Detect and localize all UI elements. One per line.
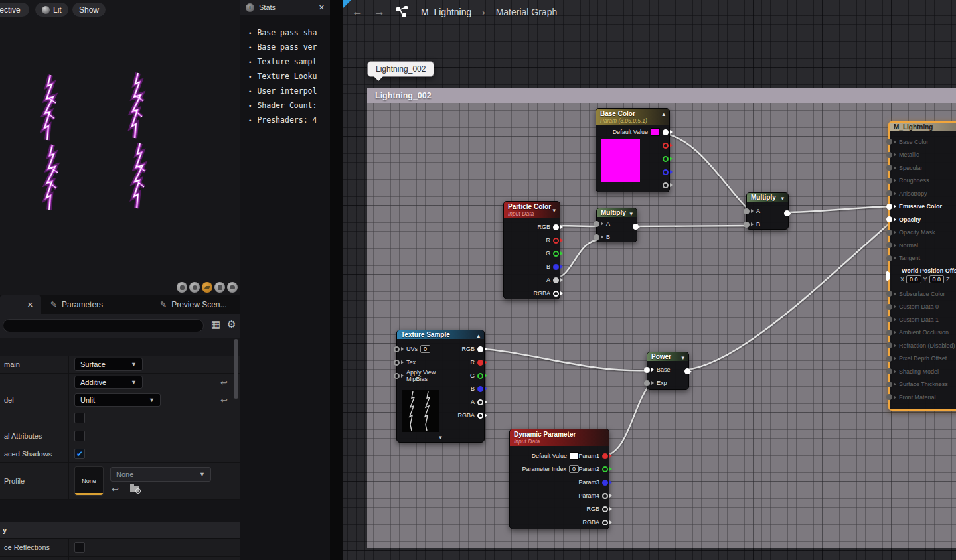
input-pin[interactable] [886,356,892,362]
input-pin[interactable] [886,368,892,374]
output-pin[interactable] [553,238,559,244]
output-pin[interactable] [663,129,669,135]
tab-preview-scene[interactable]: ✎ Preview Scen... [151,295,236,314]
output-pin[interactable] [553,291,559,297]
node-header[interactable]: Texture Sample ▴ [397,330,484,339]
preview-viewport[interactable]: ective Lit Show [0,0,240,295]
node-header[interactable]: Multiply ▾ [597,208,637,217]
node-dynamic-parameter[interactable]: Dynamic Parameter Input Data Default Val… [509,429,609,529]
input-pin[interactable] [394,360,400,366]
input-pin[interactable] [394,373,400,379]
node-m-lightning-result[interactable]: M_Lightning Base ColorMetallicSpecularRo… [888,121,956,411]
use-selected-asset-icon[interactable]: ↩ [112,484,119,494]
input-pin[interactable] [886,178,892,184]
close-icon[interactable]: ✕ [319,3,325,12]
back-arrow-icon[interactable]: ← [352,5,363,19]
material-domain-dropdown[interactable]: Surface▼ [74,358,143,371]
output-pin[interactable] [602,506,608,512]
input-pin[interactable] [644,367,650,373]
reset-to-default-button[interactable]: ↩ [220,395,228,405]
input-pin[interactable] [394,346,400,352]
pin-value-field[interactable]: 0 [420,345,430,353]
input-pin[interactable] [886,216,892,222]
color-swatch[interactable] [651,128,660,136]
close-icon[interactable]: ✕ [27,301,33,309]
checkbox-checked[interactable]: ✔ [74,449,85,459]
collapse-icon[interactable]: ▴ [477,332,480,339]
output-pin[interactable] [477,346,483,352]
node-multiply-1[interactable]: Multiply ▾ AB [596,208,637,242]
input-pin[interactable] [886,139,892,145]
output-pin[interactable] [684,368,692,374]
wpo-y-field[interactable]: 0.0 [929,275,945,283]
output-pin[interactable] [663,169,669,175]
shading-model-dropdown[interactable]: Unlit▼ [74,393,161,407]
tab-details-active[interactable]: ✕ [0,295,41,314]
shape-sphere-button[interactable] [189,282,200,293]
stats-header[interactable]: i Stats ✕ [240,0,330,15]
output-pin[interactable] [553,251,559,257]
node-header[interactable]: M_Lightning [890,123,956,131]
breadcrumb-root[interactable]: M_Lightning [421,7,471,17]
asset-thumbnail[interactable]: None [74,466,104,496]
checkbox-unchecked[interactable] [74,542,85,553]
input-pin[interactable] [744,208,750,214]
node-header[interactable]: Particle Color Input Data ▾ [504,202,560,218]
wpo-x-field[interactable]: 0.0 [906,275,921,283]
output-pin[interactable] [784,210,791,216]
output-pin[interactable] [553,264,559,270]
output-pin[interactable] [602,466,608,472]
material-graph-canvas[interactable]: ← → M_Lightning › Material Graph Lightni… [343,0,956,560]
node-multiply-2[interactable]: Multiply ▾ AB [746,192,789,230]
node-header[interactable]: Base Color Param (3.06,0,5,1) ▴ [596,109,669,125]
output-pin[interactable] [602,480,608,486]
node-header[interactable]: Dynamic Parameter Input Data [510,429,609,446]
input-pin[interactable] [886,304,892,310]
output-pin[interactable] [477,399,483,405]
node-header[interactable]: Multiply ▾ [747,193,788,202]
input-pin[interactable] [886,273,890,279]
comment-header[interactable]: Lightning_002 [367,88,956,103]
input-pin[interactable] [644,380,650,386]
collapse-icon[interactable]: ▾ [552,207,556,214]
reset-to-default-button[interactable]: ↩ [220,378,228,387]
output-pin[interactable] [602,493,608,499]
input-pin[interactable] [886,342,892,348]
input-pin[interactable] [886,291,892,297]
input-pin[interactable] [886,165,892,171]
output-pin[interactable] [553,224,559,230]
input-pin[interactable] [886,316,892,322]
forward-arrow-icon[interactable]: → [374,5,385,19]
node-texture-sample[interactable]: Texture Sample ▴ UVs0TexApply View MipBi… [396,330,485,443]
input-pin[interactable] [744,222,750,228]
collapse-icon[interactable]: ▾ [781,195,784,202]
output-pin[interactable] [663,156,669,162]
expand-node-icon[interactable]: ▾ [397,434,484,441]
node-header[interactable]: Power ▾ [647,352,688,361]
output-pin[interactable] [477,386,483,392]
input-pin[interactable] [886,230,892,236]
browse-asset-icon[interactable] [130,486,139,492]
asset-dropdown[interactable]: None▼ [110,467,211,482]
checkbox-unchecked[interactable] [74,431,85,441]
input-pin[interactable] [886,330,892,336]
settings-gear-icon[interactable]: ⚙ [227,318,236,330]
output-pin[interactable] [553,277,559,283]
output-pin[interactable] [602,453,608,459]
shape-plane-button[interactable] [202,282,212,293]
input-pin[interactable] [886,152,892,158]
output-pin[interactable] [663,182,669,188]
shape-cube-button[interactable] [214,282,225,293]
collapse-icon[interactable]: ▴ [662,111,665,117]
search-input[interactable] [3,319,204,332]
details-scrollbar[interactable] [234,339,238,399]
input-pin[interactable] [886,255,892,261]
output-pin[interactable] [663,143,669,149]
input-pin[interactable] [886,382,892,387]
input-pin[interactable] [886,394,892,400]
input-pin[interactable] [594,234,599,240]
output-pin[interactable] [633,224,640,230]
input-pin[interactable] [886,242,892,248]
node-base-color[interactable]: Base Color Param (3.06,0,5,1) ▴ Default … [596,108,670,192]
blend-mode-dropdown[interactable]: Additive▼ [74,376,143,389]
